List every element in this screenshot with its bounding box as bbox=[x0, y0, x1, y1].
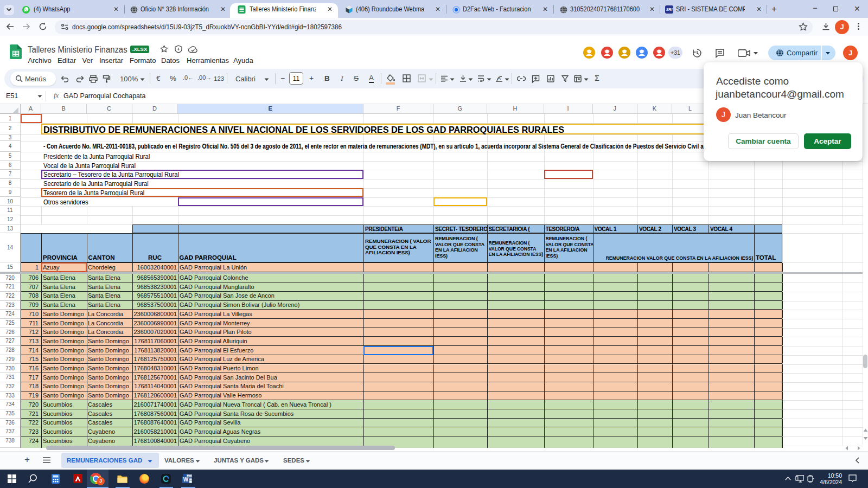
svg-text:A: A bbox=[497, 75, 501, 81]
